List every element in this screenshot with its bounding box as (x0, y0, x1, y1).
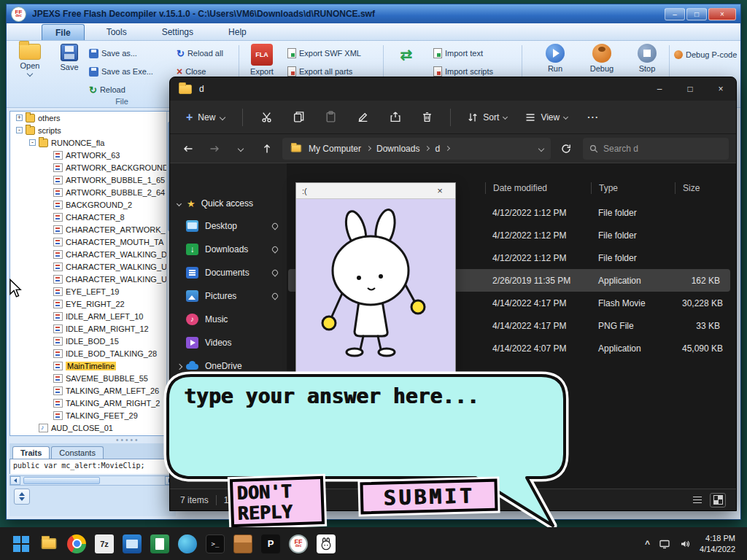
taskbar-app-teal[interactable] (174, 530, 201, 558)
details-view-button[interactable] (689, 493, 705, 508)
breadcrumb-item[interactable]: Downloads (376, 144, 419, 154)
taskbar-terminal[interactable]: >_ (201, 530, 229, 558)
menu-tab[interactable]: File (42, 24, 85, 40)
breadcrumb-item[interactable]: My Computer (309, 144, 361, 154)
sidebar-item[interactable]: Desktop (170, 214, 287, 238)
tree-item[interactable]: CHARACTER_ARTWORK_ (10, 223, 175, 236)
recent-locations-button[interactable] (230, 138, 252, 160)
tree-item[interactable]: IDLE_BOD_TALKING_28 (10, 347, 175, 359)
taskbar-7zip[interactable]: 7z (90, 530, 118, 558)
back-button[interactable] (177, 138, 199, 160)
taskbar-p-app[interactable]: P (257, 530, 285, 558)
taskbar-file-explorer[interactable] (35, 530, 63, 558)
taskbar-game[interactable] (312, 530, 340, 558)
volume-icon[interactable] (679, 538, 691, 550)
tree-item[interactable]: ARTWORK_BACKGROUND (10, 161, 175, 174)
up-button[interactable] (256, 138, 278, 160)
taskbar-app-green[interactable] (146, 530, 174, 558)
view-button[interactable]: View (519, 107, 573, 128)
tree-item[interactable]: IDLE_BOD_15 (10, 335, 175, 347)
sort-button[interactable]: Sort (461, 107, 513, 128)
large-icons-view-button[interactable] (710, 493, 726, 508)
tree-item[interactable]: EYE_LEFT_19 (10, 285, 175, 298)
import-text-button[interactable]: Import text (431, 45, 495, 61)
cut-button[interactable] (253, 106, 279, 129)
sidebar-item[interactable]: OneDrive (170, 354, 287, 378)
stop-button[interactable]: Stop (628, 44, 666, 73)
taskbar-app-blue[interactable] (118, 530, 146, 558)
taskbar-clock[interactable]: 4:18 PM 4/14/2022 (700, 533, 735, 554)
tree-item[interactable]: CHARACTER_8 (10, 211, 175, 223)
scroll-left-arrow[interactable] (10, 476, 20, 485)
jpexs-minimize-button[interactable]: – (665, 8, 685, 20)
save-button[interactable]: Save (50, 44, 88, 71)
hscrollbar-thumb[interactable] (23, 477, 100, 484)
sidebar-item[interactable]: Documents (170, 261, 287, 284)
dont-reply-button[interactable]: DON'T REPLY (230, 476, 325, 527)
paste-button[interactable] (317, 106, 344, 129)
sidebar-item[interactable]: Music (170, 308, 287, 331)
tree-item[interactable]: ARTWORK_BUBBLE_2_64 (10, 186, 175, 198)
reload-button[interactable]: Reload (87, 82, 155, 98)
tree-item[interactable]: AUD_CLOSE_01 (10, 421, 175, 434)
jpexs-titlebar[interactable]: FF dec JPEXS Free Flash Decompiler v.15.… (7, 4, 740, 23)
new-button[interactable]: New (179, 106, 232, 128)
jpexs-close-button[interactable]: × (708, 8, 736, 20)
more-options-button[interactable] (579, 106, 605, 129)
save-as-exe-button[interactable]: Save as Exe... (87, 63, 155, 79)
sidebar-item[interactable]: Videos (170, 331, 287, 354)
tree-item[interactable]: + others (10, 112, 175, 124)
refresh-button[interactable] (555, 138, 577, 160)
import-button[interactable]: ⇄ (387, 44, 425, 66)
save-as-button[interactable]: Save as... (87, 45, 155, 61)
sort-traits-button[interactable] (14, 489, 30, 505)
tree-item[interactable]: - RUNONCE_fla (10, 136, 175, 149)
sidebar-item[interactable]: Pictures (170, 284, 287, 308)
explorer-minimize-button[interactable]: – (644, 77, 675, 101)
chevron-down-icon[interactable] (538, 145, 544, 151)
bottom-tab[interactable]: Traits (12, 446, 50, 459)
search-input[interactable] (603, 144, 723, 154)
tree-item[interactable]: TALKING_ARM_LEFT_26 (10, 384, 175, 397)
tree-item[interactable]: CHARACTER_MOUTH_TA (10, 236, 175, 248)
share-button[interactable] (382, 106, 408, 129)
tray-expand-button[interactable]: ^ (645, 539, 650, 549)
submit-button[interactable]: SUBMIT (360, 479, 498, 515)
run-button[interactable]: Run (536, 44, 574, 73)
tree-item[interactable]: TALKING_ARM_RIGHT_2 (10, 397, 175, 409)
tree-item[interactable]: CHARACTER_WALKING_U (10, 273, 175, 285)
taskbar-chrome[interactable] (63, 530, 90, 558)
tree-expander[interactable]: - (29, 139, 36, 146)
tree-expander[interactable]: - (16, 127, 23, 133)
game-titlebar[interactable]: :( × (296, 183, 455, 199)
export-swf-xml-button[interactable]: Export SWF XML (285, 45, 363, 61)
taskbar-package-app[interactable] (229, 530, 257, 558)
jpexs-maximize-button[interactable]: □ (686, 8, 707, 20)
start-button[interactable] (7, 530, 35, 558)
tree-item[interactable]: - scripts (10, 124, 175, 136)
display-icon[interactable] (659, 538, 670, 550)
tree-item[interactable]: CHARACTER_WALKING_D (10, 248, 175, 260)
tree-item[interactable]: MainTimeline (10, 359, 175, 372)
sidebar-item[interactable]: Downloads (170, 238, 287, 261)
explorer-close-button[interactable]: × (705, 77, 736, 101)
reload-all-button[interactable]: Reload all (174, 45, 225, 61)
menu-tab[interactable]: Settings (149, 24, 206, 40)
menu-tab[interactable]: Tools (93, 24, 140, 40)
tree-item[interactable]: BACKGROUND_2 (10, 198, 175, 211)
column-header-size[interactable]: Size (675, 182, 730, 194)
bottom-tab[interactable]: Constants (51, 446, 104, 459)
tree-item[interactable]: IDLE_ARM_RIGHT_12 (10, 322, 175, 335)
explorer-titlebar[interactable]: d – □ × (170, 77, 736, 101)
column-header-date[interactable]: Date modified (485, 182, 591, 194)
debug-button[interactable]: Debug (583, 44, 621, 73)
game-close-button[interactable]: × (430, 185, 449, 196)
delete-button[interactable] (414, 106, 440, 129)
tree-item[interactable]: TALKING_FEET_29 (10, 409, 175, 421)
open-button[interactable]: Open (11, 44, 49, 76)
column-header-type[interactable]: Type (591, 182, 675, 194)
sidebar-quick-access[interactable]: Quick access (170, 192, 287, 214)
tree-item[interactable]: ARTWORK_BUBBLE_1_65 (10, 174, 175, 186)
forward-button[interactable] (204, 138, 225, 160)
menu-tab[interactable]: Help (215, 24, 260, 40)
